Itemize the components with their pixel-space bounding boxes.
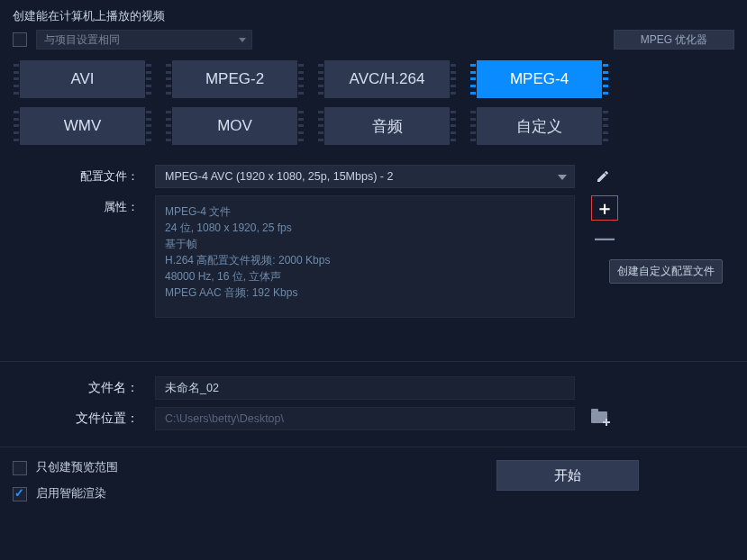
property-line: 24 位, 1080 x 1920, 25 fps [165,220,565,236]
format-label: 音频 [372,116,403,137]
film-strip-icon [602,60,609,98]
format-label: 自定义 [516,116,562,137]
filelocation-input[interactable]: C:\Users\betty\Desktop\ [155,407,575,430]
chevron-down-icon [558,175,567,180]
same-as-project-checkbox[interactable] [13,32,27,47]
remove-profile-button[interactable]: — [593,226,616,249]
minus-icon: — [595,233,615,243]
format-label: AVC/H.264 [350,70,425,88]
edit-profile-button[interactable] [591,165,615,188]
film-strip-icon [297,60,305,98]
film-strip-icon [165,107,172,145]
profile-label: 配置文件： [13,165,139,185]
format-label: MOV [217,117,252,135]
preview-only-label: 只创建预览范围 [36,460,118,475]
add-profile-button[interactable]: ＋ [591,195,618,221]
format-label: MPEG-2 [205,70,264,88]
properties-box: MPEG-4 文件24 位, 1080 x 1920, 25 fps基于帧H.2… [155,195,575,318]
film-strip-icon [469,107,477,145]
preview-only-option[interactable]: 只创建预览范围 [13,460,118,475]
profile-dropdown[interactable]: MPEG-4 AVC (1920 x 1080, 25p, 15Mbps) - … [155,165,575,188]
smart-render-checkbox[interactable] [13,487,27,501]
format-tab-wmv[interactable]: WMV [13,107,152,145]
filename-input[interactable]: 未命名_02 [155,376,575,400]
film-strip-icon [297,107,305,145]
film-strip-icon [317,60,324,98]
smart-render-option[interactable]: 启用智能渲染 [13,486,118,501]
mpeg-optimizer-button[interactable]: MPEG 优化器 [614,30,734,50]
film-strip-icon [13,60,20,98]
start-button[interactable]: 开始 [496,460,639,491]
property-line: MPEG-4 文件 [165,203,565,220]
film-strip-icon [145,107,152,145]
format-label: WMV [64,117,102,135]
dropdown-label: 与项目设置相同 [44,32,120,48]
plus-icon: ＋ [596,199,614,217]
property-line: 基于帧 [165,236,565,252]
preview-only-checkbox[interactable] [13,461,27,475]
add-profile-tooltip: 创建自定义配置文件 [609,259,723,284]
filelocation-label: 文件位置： [13,411,139,427]
film-strip-icon [13,107,20,145]
format-tab-音频[interactable]: 音频 [317,107,457,145]
browse-folder-button[interactable] [591,409,611,429]
filename-label: 文件名： [13,380,139,396]
chevron-down-icon [239,38,246,42]
format-tab-mpeg-2[interactable]: MPEG-2 [165,60,305,98]
film-strip-icon [450,60,457,98]
pencil-icon [596,169,610,184]
film-strip-icon [165,60,172,98]
property-line: MPEG AAC 音频: 192 Kbps [165,285,565,301]
folder-icon [591,411,607,423]
same-as-project-dropdown[interactable]: 与项目设置相同 [36,30,252,50]
film-strip-icon [317,107,324,145]
format-tab-自定义[interactable]: 自定义 [469,107,609,145]
format-label: AVI [70,70,94,88]
format-tab-mov[interactable]: MOV [165,107,305,145]
film-strip-icon [450,107,457,145]
properties-label: 属性： [13,195,139,215]
page-title: 创建能在计算机上播放的视频 [0,0,747,30]
profile-value: MPEG-4 AVC (1920 x 1080, 25p, 15Mbps) - … [165,170,393,183]
format-tab-avi[interactable]: AVI [13,60,152,98]
format-tab-mpeg-4[interactable]: MPEG-4 [469,60,609,98]
property-line: 48000 Hz, 16 位, 立体声 [165,268,565,285]
film-strip-icon [602,107,609,145]
smart-render-label: 启用智能渲染 [36,486,106,501]
film-strip-icon [469,60,477,98]
film-strip-icon [145,60,152,98]
format-tab-avc/h.264[interactable]: AVC/H.264 [317,60,457,98]
format-label: MPEG-4 [510,70,569,88]
property-line: H.264 高配置文件视频: 2000 Kbps [165,252,565,268]
